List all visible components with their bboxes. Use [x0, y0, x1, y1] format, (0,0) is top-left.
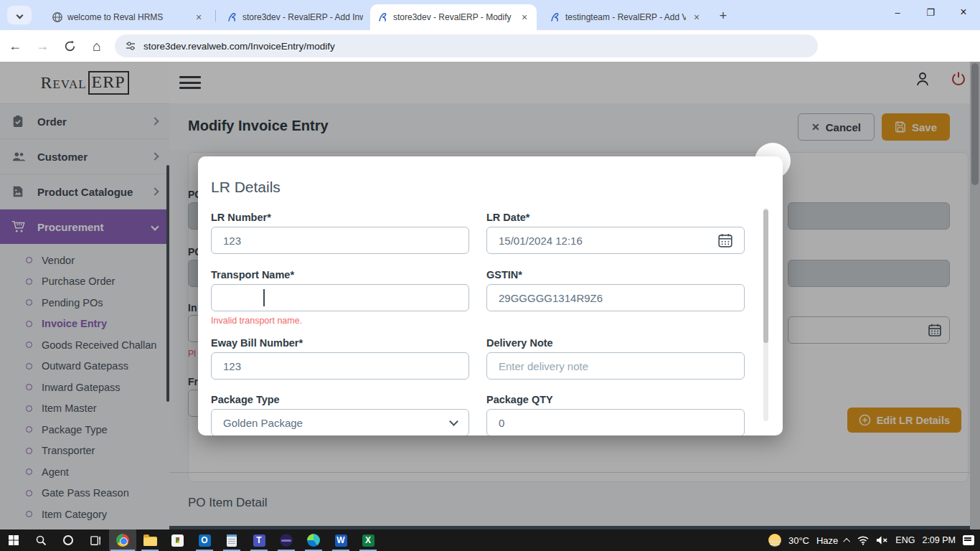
new-tab-button[interactable]: +	[715, 7, 732, 24]
window-close-button[interactable]: ×	[947, 0, 980, 24]
taskbar-search-button[interactable]	[27, 529, 55, 551]
cortana-icon	[63, 535, 73, 545]
edge-icon	[307, 534, 320, 547]
tray-chevron-up-icon[interactable]	[843, 537, 850, 545]
taskbar-chrome[interactable]	[109, 529, 136, 551]
calendar-icon[interactable]	[715, 230, 736, 251]
tab-close-icon[interactable]: ×	[518, 11, 531, 24]
taskbar-edge[interactable]	[300, 529, 327, 551]
taskbar-notepad[interactable]	[218, 529, 245, 551]
taskbar-file-explorer[interactable]	[136, 529, 164, 551]
delivery-note-input[interactable]	[486, 352, 745, 380]
site-settings-icon	[125, 40, 136, 52]
delivery-note-label: Delivery Note	[486, 337, 553, 349]
window-maximize-button[interactable]: ❐	[914, 0, 947, 24]
word-icon: W	[335, 534, 347, 547]
reload-icon	[64, 40, 76, 52]
modal-scrollbar[interactable]	[763, 208, 768, 421]
reval-favicon	[227, 11, 238, 23]
taskbar-media-app[interactable]	[164, 529, 191, 551]
package-type-select[interactable]: Golden Package	[211, 409, 469, 435]
teams-icon: T	[253, 534, 265, 547]
url-text: store3dev.revalweb.com/InvoiceEntry/modi…	[143, 41, 335, 52]
start-button[interactable]	[0, 529, 27, 551]
clock[interactable]: 2:09 PM	[922, 535, 956, 545]
browser-toolbar: ← → ⌂ store3dev.revalweb.com/InvoiceEntr…	[0, 30, 980, 62]
lr-date-label: LR Date*	[486, 212, 529, 223]
temperature-text[interactable]: 30°C	[788, 535, 809, 546]
globe-icon	[52, 11, 63, 23]
outlook-icon: O	[199, 534, 211, 547]
package-type-label: Package Type	[211, 394, 280, 405]
chevron-down-icon	[16, 11, 23, 19]
tab-close-icon[interactable]: ×	[192, 11, 205, 24]
text-caret	[263, 289, 265, 306]
media-app-icon	[171, 534, 184, 547]
taskbar-word[interactable]: W	[327, 529, 354, 551]
package-qty-input[interactable]	[486, 409, 745, 435]
tab-title: testingteam - RevalERP - Add V	[565, 12, 686, 22]
excel-icon: X	[362, 534, 374, 547]
task-view-button[interactable]	[82, 529, 109, 551]
tab-add-inward[interactable]: store3dev - RevalERP - Add Inw ×	[220, 4, 386, 30]
eclipse-icon	[280, 534, 293, 547]
app-area: RevalERP Order Customer Product Catalogu…	[0, 62, 980, 529]
gstin-input[interactable]	[486, 284, 745, 311]
lr-number-input[interactable]	[211, 227, 469, 254]
chrome-icon	[116, 534, 129, 547]
taskbar-teams[interactable]: T	[245, 529, 273, 551]
home-button[interactable]: ⌂	[85, 34, 109, 58]
weather-condition-text[interactable]: Haze	[816, 535, 838, 546]
reval-favicon	[377, 11, 389, 23]
back-button[interactable]: ←	[3, 34, 27, 58]
volume-muted-icon[interactable]	[876, 535, 888, 545]
window-controls: – ❐ ×	[881, 0, 980, 24]
tab-modify-invoice-active[interactable]: store3dev - RevalERP - Modify ×	[370, 4, 537, 30]
wifi-icon[interactable]	[857, 535, 869, 545]
taskbar-outlook[interactable]: O	[191, 529, 218, 551]
modal-scrollbar-thumb[interactable]	[763, 209, 768, 343]
lr-number-label: LR Number*	[211, 212, 271, 223]
tab-search-button[interactable]	[7, 6, 32, 24]
transport-name-label: Transport Name*	[211, 269, 294, 281]
taskbar-excel[interactable]: X	[354, 529, 382, 551]
language-indicator[interactable]: ENG	[895, 535, 915, 545]
tab-title: welcome to Reval HRMS	[67, 12, 188, 22]
transport-name-input[interactable]	[211, 284, 469, 311]
folder-icon	[143, 537, 157, 546]
taskbar-eclipse[interactable]	[273, 529, 300, 551]
forward-button[interactable]: →	[30, 34, 55, 58]
system-tray: 30°C Haze ENG 2:09 PM	[768, 529, 974, 551]
eway-bill-label: Eway Bill Number*	[211, 337, 303, 349]
tab-reval-hrms[interactable]: welcome to Reval HRMS ×	[44, 4, 211, 30]
browser-tabstrip: welcome to Reval HRMS × store3dev - Reva…	[0, 0, 980, 30]
lr-details-modal: LR Details LR Number* LR Date* Transport…	[198, 156, 783, 435]
tab-title: store3dev - RevalERP - Add Inw	[242, 12, 363, 22]
weather-icon[interactable]	[768, 534, 781, 547]
gstin-label: GSTIN*	[486, 269, 522, 281]
search-icon	[35, 534, 47, 546]
tab-testingteam[interactable]: testingteam - RevalERP - Add V ×	[542, 4, 709, 30]
tab-separator	[215, 10, 216, 22]
modal-title: LR Details	[211, 179, 281, 196]
address-bar[interactable]: store3dev.revalweb.com/InvoiceEntry/modi…	[115, 34, 818, 57]
window-minimize-button[interactable]: –	[881, 0, 914, 24]
reval-favicon	[550, 11, 561, 23]
windows-icon	[8, 534, 19, 546]
tab-title: store3dev - RevalERP - Modify	[393, 12, 514, 22]
package-qty-label: Package QTY	[486, 394, 553, 405]
tab-close-icon[interactable]: ×	[690, 11, 703, 24]
lr-date-input[interactable]	[486, 227, 745, 254]
eway-bill-input[interactable]	[211, 352, 469, 380]
cortana-button[interactable]	[55, 529, 82, 551]
windows-taskbar: O T W X 30°C Haze ENG 2:09 PM	[0, 529, 980, 551]
screen: welcome to Reval HRMS × store3dev - Reva…	[0, 0, 980, 551]
notepad-icon	[227, 534, 237, 547]
transport-name-error: Invalid transport name.	[211, 316, 302, 326]
notification-center-icon[interactable]	[963, 535, 974, 545]
task-view-icon	[90, 534, 102, 547]
reload-button[interactable]	[57, 34, 82, 58]
